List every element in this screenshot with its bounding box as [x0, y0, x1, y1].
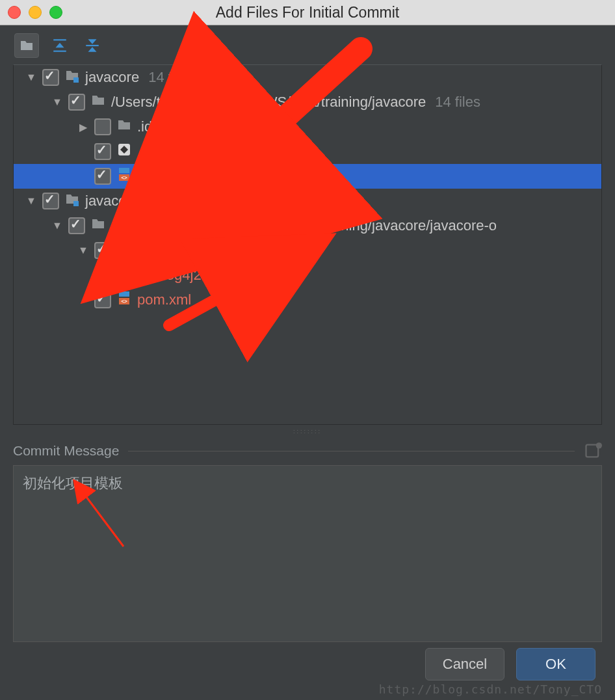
commit-history-button[interactable] — [584, 442, 602, 460]
tree-row[interactable]: javacore14 files — [14, 65, 601, 90]
ok-button[interactable]: OK — [516, 648, 595, 680]
expand-arrow-icon[interactable] — [77, 245, 89, 256]
file-type-icon — [90, 216, 106, 236]
expand-arrow-icon[interactable] — [51, 96, 63, 108]
svg-text:<>: <> — [147, 274, 153, 280]
svg-rect-12 — [119, 291, 129, 297]
divider — [128, 451, 575, 451]
expand-arrow-icon[interactable] — [77, 121, 89, 133]
file-type-icon — [116, 241, 132, 260]
svg-point-16 — [596, 442, 602, 448]
window-title: Add Files For Initial Commit — [0, 4, 615, 21]
expand-all-icon — [51, 37, 68, 54]
commit-message-input[interactable] — [21, 472, 596, 638]
file-name: /Users/tony/Documents/WS/java/training/j… — [111, 217, 497, 234]
tree-row[interactable]: .gitignore — [14, 139, 601, 164]
file-name: .idea — [137, 118, 168, 135]
svg-rect-9 — [145, 267, 155, 272]
file-type-icon — [90, 92, 106, 112]
group-by-directory-button[interactable] — [14, 33, 39, 58]
file-count: 1 file — [267, 242, 297, 259]
file-name: log4j2.xml — [163, 267, 228, 284]
svg-rect-1 — [53, 51, 66, 52]
file-checkbox[interactable] — [94, 143, 111, 160]
tree-row[interactable]: /Users/tony/Documents/WS/java/training/j… — [14, 90, 601, 114]
titlebar: Add Files For Initial Commit — [0, 0, 615, 25]
svg-rect-8 — [73, 201, 79, 206]
file-type-icon — [64, 191, 80, 211]
file-type-icon — [64, 68, 80, 87]
file-checkbox[interactable] — [94, 118, 111, 135]
svg-rect-5 — [119, 168, 129, 173]
file-count: 12 files — [177, 118, 223, 135]
tree-row[interactable]: <>pom.xml — [14, 164, 601, 189]
file-type-icon: <> — [116, 290, 132, 310]
file-checkbox[interactable] — [94, 291, 111, 308]
file-type-icon: <> — [116, 167, 132, 186]
tree-row[interactable]: <>log4j2.xml — [14, 263, 601, 288]
file-type-icon: <> — [142, 265, 158, 285]
tree-row[interactable]: javacore-object2 files — [14, 189, 601, 213]
file-count: 14 files — [435, 94, 480, 111]
file-name: pom.xml — [137, 168, 191, 185]
commit-message-box — [13, 465, 602, 642]
file-name: /Users/tony/Documents/WS/java/training/j… — [111, 94, 426, 111]
file-count: 2 files — [191, 193, 228, 209]
dialog-buttons: Cancel OK — [425, 648, 595, 680]
svg-rect-3 — [73, 77, 79, 83]
file-checkbox[interactable] — [68, 94, 85, 111]
file-name: javacore-object — [85, 193, 182, 209]
tree-row[interactable]: /Users/tony/Documents/WS/java/training/j… — [14, 213, 601, 238]
collapse-all-icon — [84, 37, 101, 54]
folder-icon — [19, 38, 34, 53]
file-checkbox[interactable] — [120, 267, 137, 284]
expand-arrow-icon[interactable] — [25, 72, 37, 83]
file-checkbox[interactable] — [94, 168, 111, 185]
history-icon — [584, 442, 602, 460]
expand-arrow-icon[interactable] — [51, 220, 63, 232]
file-tree[interactable]: javacore14 files/Users/tony/Documents/WS… — [13, 64, 602, 425]
file-checkbox[interactable] — [68, 217, 85, 234]
tree-row[interactable]: <>pom.xml — [14, 288, 601, 312]
file-name: javacore — [85, 69, 139, 86]
expand-arrow-icon[interactable] — [25, 195, 37, 207]
svg-rect-0 — [53, 39, 66, 40]
svg-text:<>: <> — [121, 299, 127, 304]
expand-all-button[interactable] — [48, 34, 72, 57]
file-name: pom.xml — [137, 291, 191, 308]
tree-row[interactable]: src/main/resources1 file — [14, 238, 601, 263]
file-type-icon — [116, 142, 132, 161]
cancel-button[interactable]: Cancel — [425, 648, 504, 680]
file-count: 14 files — [148, 69, 194, 86]
file-name: src/main/resources — [137, 242, 258, 259]
watermark: http://blog.csdn.net/Tony_CTO — [379, 682, 602, 696]
resize-handle[interactable]: :::::::: — [0, 425, 615, 438]
toolbar — [0, 25, 615, 64]
svg-text:<>: <> — [121, 175, 127, 181]
commit-message-section: Commit Message — [13, 442, 602, 460]
tree-row[interactable]: .idea12 files — [14, 114, 601, 139]
file-type-icon — [116, 117, 132, 137]
file-checkbox[interactable] — [42, 69, 59, 86]
file-name: .gitignore — [137, 143, 196, 160]
collapse-all-button[interactable] — [81, 34, 104, 57]
file-checkbox[interactable] — [42, 193, 59, 209]
commit-message-label: Commit Message — [13, 443, 119, 459]
file-checkbox[interactable] — [94, 242, 111, 259]
svg-rect-2 — [86, 45, 99, 46]
